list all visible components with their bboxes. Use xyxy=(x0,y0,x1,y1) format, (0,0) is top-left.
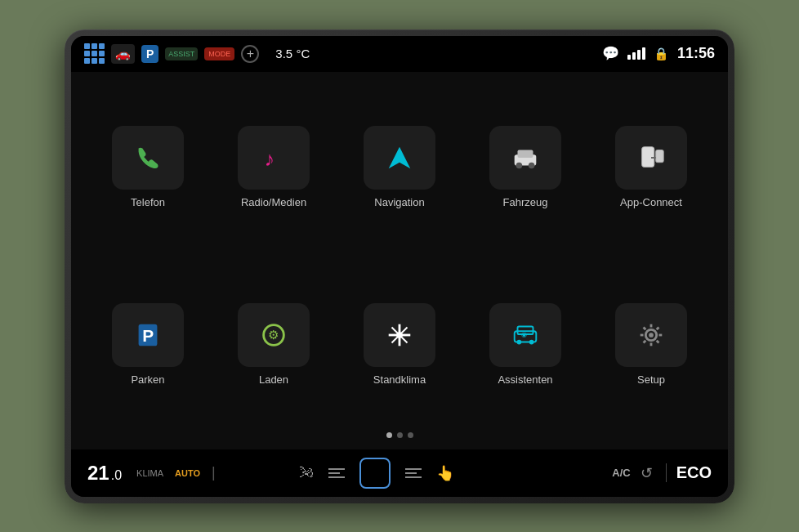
svg-text:◉: ◉ xyxy=(521,331,527,338)
home-button[interactable] xyxy=(359,458,391,489)
klima-label: KLIMA xyxy=(136,468,163,478)
svg-point-4 xyxy=(516,163,523,169)
auto-label: AUTO xyxy=(175,468,200,478)
app-item-laden[interactable]: ⚙Laden xyxy=(216,262,331,427)
app-icon-telefon xyxy=(112,126,184,190)
car-icon[interactable]: 🚗 xyxy=(111,44,135,64)
temp-decimal: .0 xyxy=(111,468,122,483)
app-item-parken[interactable]: PParken xyxy=(91,262,205,427)
svg-text:P: P xyxy=(142,325,154,344)
status-temperature: 3.5 °C xyxy=(275,47,310,60)
app-item-telefon[interactable]: Telefon xyxy=(91,85,205,251)
menu-icon-right[interactable] xyxy=(405,468,422,478)
fan-icon[interactable]: 🌬 xyxy=(299,464,314,481)
status-icons-right: 💬 🔒 11:56 xyxy=(602,45,715,62)
svg-point-21 xyxy=(529,339,534,344)
app-label-assistenten: Assistenten xyxy=(498,373,552,386)
temp-integer: 21 xyxy=(87,462,109,485)
svg-text:♪: ♪ xyxy=(265,148,275,170)
network-lock-icon: 🔒 xyxy=(654,47,669,61)
app-label-navigation: Navigation xyxy=(374,196,424,208)
svg-point-5 xyxy=(529,163,535,169)
svg-line-28 xyxy=(644,340,646,342)
mode-icon: MODE xyxy=(204,47,234,60)
svg-point-24 xyxy=(649,333,654,338)
page-dot-0[interactable] xyxy=(386,432,392,438)
app-label-radio-medien: Radio/Medien xyxy=(241,196,306,208)
app-item-assistenten[interactable]: ◉Assistenten xyxy=(468,262,583,427)
page-dot-1[interactable] xyxy=(397,432,403,438)
page-dots xyxy=(91,427,708,443)
app-label-fahrzeug: Fahrzeug xyxy=(503,196,548,208)
app-item-radio-medien[interactable]: ♪Radio/Medien xyxy=(216,85,331,251)
screen: 🚗 P ASSIST MODE + 3.5 °C 💬 xyxy=(71,36,728,497)
svg-rect-3 xyxy=(518,150,533,159)
page-dot-2[interactable] xyxy=(408,432,413,438)
eco-label: ECO xyxy=(666,463,712,482)
app-icon-parken: P xyxy=(112,303,184,367)
app-icon-navigation xyxy=(364,126,435,190)
app-label-standklima: Standklima xyxy=(373,373,426,386)
bottom-bar: 21 .0 KLIMA AUTO | 🌬 xyxy=(71,449,728,497)
touch-icon[interactable]: 👆 xyxy=(436,464,454,482)
app-label-parken: Parken xyxy=(131,373,164,386)
app-icon-app-connect xyxy=(615,126,687,190)
app-icon-fahrzeug xyxy=(489,126,561,190)
app-icon-setup xyxy=(615,303,687,367)
add-button[interactable]: + xyxy=(241,45,259,63)
svg-line-30 xyxy=(644,327,646,329)
app-icon-radio-medien: ♪ xyxy=(238,126,310,190)
app-label-setup: Setup xyxy=(637,373,665,386)
app-item-setup[interactable]: Setup xyxy=(594,262,708,427)
status-icons-left: 🚗 P ASSIST MODE + 3.5 °C xyxy=(84,43,310,64)
svg-marker-1 xyxy=(389,147,411,169)
app-icon-assistenten: ◉ xyxy=(489,303,561,367)
menu-icon[interactable] xyxy=(328,468,345,478)
app-grid: Telefon♪Radio/MedienNavigationFahrzeugAp… xyxy=(91,85,708,427)
main-content: Telefon♪Radio/MedienNavigationFahrzeugAp… xyxy=(71,72,728,449)
svg-line-32 xyxy=(657,327,659,329)
app-label-telefon: Telefon xyxy=(131,196,165,208)
svg-rect-6 xyxy=(642,147,654,168)
assist-icon: ASSIST xyxy=(165,47,198,60)
separator: | xyxy=(212,464,216,481)
car-surround: 🚗 P ASSIST MODE + 3.5 °C 💬 xyxy=(65,29,734,503)
app-item-navigation[interactable]: Navigation xyxy=(342,85,457,251)
ac-button[interactable]: A/C xyxy=(612,467,630,479)
grid-menu-icon[interactable] xyxy=(84,43,105,64)
svg-point-17 xyxy=(396,332,403,338)
app-label-app-connect: App-Connect xyxy=(620,196,682,208)
svg-line-26 xyxy=(657,340,659,342)
svg-text:⚙: ⚙ xyxy=(268,328,279,342)
app-icon-standklima xyxy=(364,303,435,367)
bottom-controls: 🌬 👆 xyxy=(299,458,454,489)
status-bar: 🚗 P ASSIST MODE + 3.5 °C 💬 xyxy=(71,36,728,72)
app-icon-laden: ⚙ xyxy=(238,303,310,367)
clock: 11:56 xyxy=(677,45,715,62)
app-item-fahrzeug[interactable]: Fahrzeug xyxy=(468,85,583,251)
app-item-standklima[interactable]: Standklima xyxy=(342,262,457,427)
svg-rect-7 xyxy=(656,150,664,163)
climate-temperature: 21 .0 xyxy=(87,462,122,485)
signal-icon xyxy=(627,47,645,60)
parking-status-icon: P xyxy=(141,45,158,63)
recirculate-icon[interactable]: ↺ xyxy=(641,464,653,482)
app-item-app-connect[interactable]: App-Connect xyxy=(594,85,708,251)
message-icon[interactable]: 💬 xyxy=(602,45,619,62)
right-controls: A/C ↺ ECO xyxy=(612,463,712,482)
app-label-laden: Laden xyxy=(259,373,288,386)
svg-point-20 xyxy=(517,339,522,344)
